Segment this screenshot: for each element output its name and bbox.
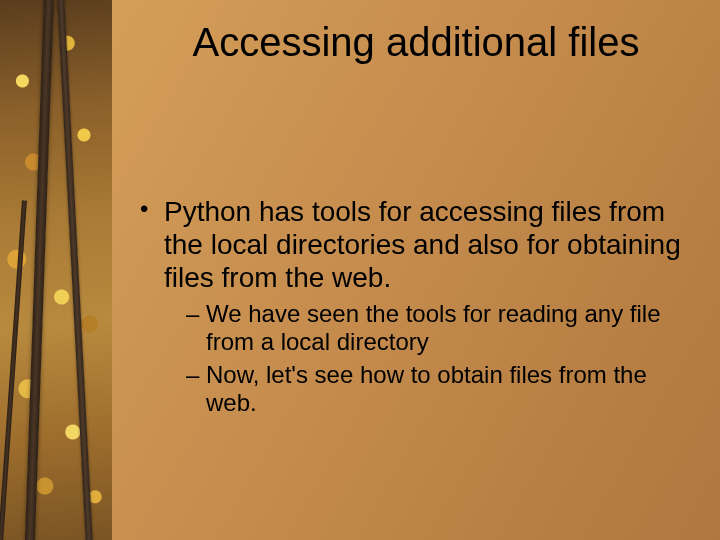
sub-bullet-item: We have seen the tools for reading any f… <box>186 300 692 357</box>
bullet-text: Python has tools for accessing files fro… <box>164 196 681 293</box>
sub-bullet-text: Now, let's see how to obtain files from … <box>206 361 647 416</box>
sub-bullet-list: We have seen the tools for reading any f… <box>164 300 692 417</box>
decorative-photo-strip <box>0 0 112 540</box>
slide-content: Accessing additional files Python has to… <box>112 0 720 540</box>
bullet-item: Python has tools for accessing files fro… <box>138 195 692 417</box>
slide-body: Python has tools for accessing files fro… <box>138 195 692 427</box>
sub-bullet-item: Now, let's see how to obtain files from … <box>186 361 692 418</box>
bullet-list: Python has tools for accessing files fro… <box>138 195 692 417</box>
slide: Accessing additional files Python has to… <box>0 0 720 540</box>
sub-bullet-text: We have seen the tools for reading any f… <box>206 300 661 355</box>
slide-title: Accessing additional files <box>112 20 720 65</box>
